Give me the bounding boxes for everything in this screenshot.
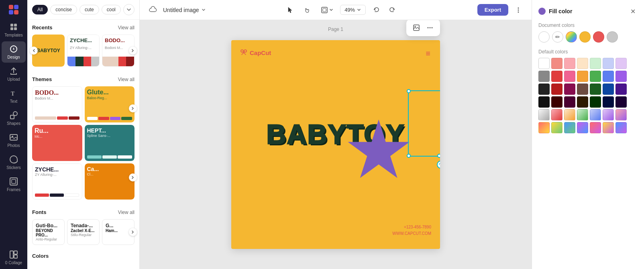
handle-bl[interactable] [407,154,411,158]
sidebar-item-stickers[interactable]: Stickers [2,152,26,173]
color-near-black-2[interactable] [564,96,575,108]
theme-card-3[interactable]: HEPT... Spline Sans-... [85,125,135,161]
cursor-tool-button[interactable] [284,3,298,17]
doc-color-gray[interactable] [607,31,618,43]
color-near-black-6[interactable] [615,96,627,108]
redo-button[interactable] [386,3,399,17]
theme-card-1[interactable]: Glute... Baloo-Reg... [85,86,135,122]
grad-sunset-1[interactable] [590,122,601,133]
filter-all[interactable]: All [32,5,48,14]
color-green[interactable] [590,71,601,82]
sidebar-item-upload[interactable]: Upload [2,63,26,85]
theme-card-2[interactable]: Ru... Mc... [32,125,82,161]
fonts-view-all[interactable]: View all [118,210,135,215]
grad-3[interactable] [564,109,575,120]
doc-color-gradient[interactable] [566,31,577,43]
theme-card-4[interactable]: ZYCHE... ZY Alluring-... [32,163,82,200]
fonts-next-arrow[interactable] [129,228,137,236]
color-pink-light[interactable] [551,58,562,69]
color-navy[interactable] [603,84,614,95]
grad-warm-2[interactable] [551,122,562,133]
doc-color-pen[interactable]: ✏ [552,31,563,43]
grad-warm-1[interactable] [538,122,550,133]
more-options-button[interactable] [512,3,525,17]
color-lilac[interactable] [615,58,627,69]
filter-concise[interactable]: concise [50,5,77,14]
font-1-line1: Zacbel X-E... [71,228,96,233]
color-lavender[interactable] [603,58,614,69]
color-hot-pink[interactable] [564,71,575,82]
hand-tool-button[interactable] [301,3,314,17]
color-maroon[interactable] [564,84,575,95]
recents-view-all[interactable]: View all [118,25,135,31]
float-more-button[interactable] [424,22,436,34]
doc-color-yellow[interactable] [579,31,591,43]
color-black[interactable] [538,96,550,108]
themes-row2-arrow[interactable] [129,173,137,181]
undo-button[interactable] [369,3,383,17]
grad-cool-1[interactable] [564,122,575,133]
grad-1[interactable] [538,109,550,120]
color-near-black-3[interactable] [577,96,588,108]
doc-color-red[interactable] [593,31,604,43]
handle-bm[interactable] [437,154,440,158]
color-orange[interactable] [577,71,588,82]
color-purple[interactable] [615,71,627,82]
font-card-1[interactable]: Tenada-... Zacbel X-E... Stilu-Regular [67,219,100,245]
recent-card-1[interactable]: ZYCHE... ZY Alluring-... [67,35,100,67]
fill-panel-close-button[interactable]: ✕ [628,6,638,16]
color-dark-green[interactable] [590,84,601,95]
float-image-button[interactable] [410,22,422,34]
filter-more-button[interactable] [123,4,135,15]
sidebar-item-photos[interactable]: Photos [2,130,26,151]
color-blue[interactable] [603,71,614,82]
handle-tl[interactable] [407,89,411,93]
canvas-background[interactable]: CapCut ≡ BABYTOY [231,40,440,249]
filter-cool[interactable]: cool [102,5,121,14]
themes-view-all[interactable]: View all [118,77,135,82]
app-logo[interactable] [7,3,20,16]
theme-card-0[interactable]: BODO... Bodoni M... [32,86,82,122]
grad-sunset-2[interactable] [603,122,614,133]
color-mint[interactable] [590,58,601,69]
color-pink[interactable] [564,58,575,69]
grad-cool-2[interactable] [577,122,588,133]
theme-card-5[interactable]: Ca... Cl... [85,163,135,200]
rotate-handle[interactable] [437,161,440,169]
themes-row1-arrow[interactable] [129,104,137,112]
document-title[interactable]: Untitled image [163,7,206,13]
frame-tool-button[interactable] [318,3,337,17]
sidebar-item-collage[interactable]: 0 Collage [2,247,26,268]
grad-6[interactable] [603,109,614,120]
grad-5[interactable] [590,109,601,120]
recents-prev-arrow[interactable] [30,47,38,55]
color-gray[interactable] [538,71,550,82]
color-dark-gray[interactable] [538,84,550,95]
color-red[interactable] [551,71,562,82]
color-dark-red[interactable] [551,84,562,95]
sidebar-item-design[interactable]: Design [2,41,26,63]
doc-color-white[interactable] [538,31,550,43]
sidebar-item-text[interactable]: T Text [2,86,26,107]
zoom-control[interactable]: 49% [340,5,366,15]
color-near-black-4[interactable] [590,96,601,108]
filter-cute[interactable]: cute [79,5,99,14]
color-peach[interactable] [577,58,588,69]
color-near-black-5[interactable] [603,96,614,108]
export-button[interactable]: Export [477,4,508,16]
color-brown[interactable] [577,84,588,95]
font-card-0[interactable]: Guti-Bo... BEYOND PRO... Anto-Regular [32,219,65,245]
color-deep-purple[interactable] [615,84,627,95]
color-near-black-1[interactable] [551,96,562,108]
grad-2[interactable] [551,109,562,120]
sidebar-item-shapes[interactable]: Shapes [2,108,26,129]
colors-grid [538,58,638,133]
sidebar-item-templates[interactable]: Templates [2,19,26,41]
grad-7[interactable] [615,109,627,120]
color-white[interactable] [538,58,550,69]
recents-next-arrow[interactable] [129,47,137,55]
grad-ocean[interactable] [615,122,627,133]
cloud-save-button[interactable] [146,3,160,17]
sidebar-item-frames[interactable]: Frames [2,174,26,195]
grad-4[interactable] [577,109,588,120]
